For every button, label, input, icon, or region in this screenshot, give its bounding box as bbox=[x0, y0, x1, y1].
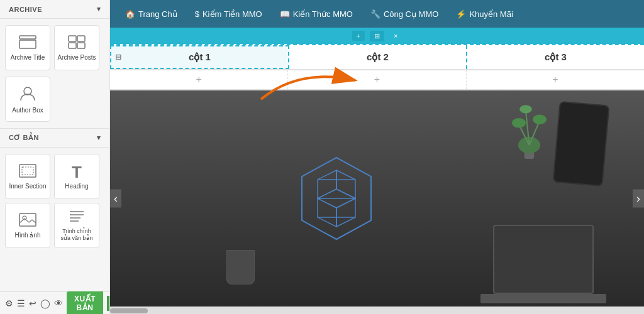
svg-point-22 bbox=[533, 115, 547, 124]
nav-label-trang-chu: Trang Chủ bbox=[138, 9, 177, 19]
horizontal-scrollbar[interactable] bbox=[110, 306, 644, 314]
svg-rect-3 bbox=[77, 36, 85, 41]
hex-wireframe-logo bbox=[292, 154, 380, 242]
eye-icon[interactable]: 👁 bbox=[54, 298, 63, 308]
svg-point-23 bbox=[519, 105, 532, 113]
svg-rect-2 bbox=[69, 36, 76, 41]
lightning-icon: ⚡ bbox=[456, 9, 466, 19]
basic-cards: Inner Section T Heading Hình ảnh bbox=[0, 148, 109, 254]
desk-cup bbox=[226, 250, 255, 284]
column-close-button[interactable]: × bbox=[389, 31, 402, 41]
basic-section-header[interactable]: CƠ BẢN ▾ bbox=[0, 129, 109, 148]
svg-rect-8 bbox=[22, 167, 33, 175]
add-to-col1-button[interactable]: + bbox=[110, 70, 288, 89]
svg-rect-9 bbox=[19, 214, 36, 226]
scrollbar-thumb[interactable] bbox=[110, 308, 148, 313]
column-3-header[interactable]: cột 3 bbox=[467, 45, 644, 69]
undo-icon[interactable]: ↩ bbox=[29, 298, 36, 308]
archive-section-header[interactable]: ARCHIVE ▾ bbox=[0, 0, 109, 19]
archive-cards: Archive Title Archive Posts bbox=[0, 19, 109, 77]
trinh-chinh-sua-icon bbox=[68, 209, 86, 225]
sidebar-item-author-box[interactable]: Author Box bbox=[5, 77, 50, 122]
desk-tablet bbox=[552, 101, 609, 187]
home-icon: 🏠 bbox=[125, 9, 135, 19]
archive-title-icon bbox=[19, 35, 36, 51]
author-cards: Author Box bbox=[0, 77, 109, 128]
desk-plant bbox=[512, 97, 547, 166]
column-toolbar: + ⊞ × bbox=[110, 28, 644, 44]
sidebar: ARCHIVE ▾ Archive Title Archive P bbox=[0, 0, 110, 314]
archive-chevron-icon: ▾ bbox=[97, 5, 101, 13]
inner-section-label: Inner Section bbox=[9, 183, 47, 190]
trinh-chinh-sua-label: Trình chỉnh sửa văn bản bbox=[57, 228, 96, 242]
navbar: 🏠 Trang Chủ $ Kiếm Tiền MMO 📖 Kiến Thức … bbox=[110, 0, 644, 28]
sidebar-item-hinh-anh[interactable]: Hình ảnh bbox=[5, 203, 50, 248]
heading-label: Heading bbox=[65, 183, 88, 190]
archive-posts-label: Archive Posts bbox=[57, 54, 96, 61]
dollar-icon: $ bbox=[195, 9, 199, 19]
svg-rect-1 bbox=[19, 40, 36, 48]
col1-handle-icon: ⊟ bbox=[115, 53, 121, 62]
svg-rect-7 bbox=[19, 165, 36, 177]
svg-point-6 bbox=[24, 87, 31, 95]
preview-right-arrow-button[interactable]: › bbox=[633, 190, 644, 208]
svg-rect-4 bbox=[69, 43, 76, 48]
svg-marker-28 bbox=[318, 198, 336, 227]
nav-label-khuyen-mai: Khuyến Mãi bbox=[469, 9, 513, 19]
svg-rect-0 bbox=[19, 36, 36, 39]
sidebar-item-archive-title[interactable]: Archive Title bbox=[5, 25, 50, 70]
basic-chevron-icon: ▾ bbox=[97, 134, 101, 142]
author-box-icon bbox=[19, 85, 36, 104]
column-editor: + ⊞ × ⊟ cột 1 cột 2 cột 3 + + + bbox=[110, 28, 644, 90]
column-add-button[interactable]: + bbox=[352, 31, 365, 41]
add-to-col3-button[interactable]: + bbox=[467, 70, 644, 89]
nav-item-khuyen-mai[interactable]: ⚡ Khuyến Mãi bbox=[448, 6, 520, 23]
columns-row: ⊟ cột 1 cột 2 cột 3 bbox=[110, 44, 644, 70]
heading-icon: T bbox=[72, 164, 82, 180]
nav-label-kien-thuc: Kiến Thức MMO bbox=[293, 9, 353, 19]
nav-item-cong-cu[interactable]: 🔧 Công Cụ MMO bbox=[363, 6, 446, 23]
circle-icon[interactable]: ◯ bbox=[40, 298, 50, 308]
sidebar-item-archive-posts[interactable]: Archive Posts bbox=[54, 25, 99, 70]
svg-point-21 bbox=[512, 118, 526, 127]
archive-title-label: Archive Title bbox=[11, 54, 45, 61]
publish-button[interactable]: XUẤT BẢN bbox=[67, 291, 103, 315]
svg-marker-29 bbox=[336, 198, 355, 227]
sidebar-item-inner-section[interactable]: Inner Section bbox=[5, 154, 50, 199]
svg-rect-5 bbox=[77, 43, 85, 48]
settings-icon[interactable]: ⚙ bbox=[5, 298, 13, 308]
desk-laptop-screen bbox=[493, 225, 594, 294]
basic-section-label: CƠ BẢN bbox=[9, 134, 39, 142]
archive-posts-icon bbox=[68, 35, 86, 51]
col3-label: cột 3 bbox=[545, 51, 567, 63]
nav-label-kiem-tien: Kiếm Tiền MMO bbox=[203, 9, 262, 19]
col2-label: cột 2 bbox=[367, 51, 389, 63]
column-1-header[interactable]: ⊟ cột 1 bbox=[110, 45, 289, 69]
archive-section-label: ARCHIVE bbox=[9, 6, 42, 13]
column-2-header[interactable]: cột 2 bbox=[289, 45, 467, 69]
col1-label: cột 1 bbox=[189, 51, 211, 63]
nav-item-kien-thuc[interactable]: 📖 Kiến Thức MMO bbox=[272, 6, 360, 23]
nav-item-trang-chu[interactable]: 🏠 Trang Chủ bbox=[118, 6, 185, 23]
sidebar-item-trinh-chinh-sua[interactable]: Trình chỉnh sửa văn bản bbox=[54, 203, 99, 248]
wrench-icon: 🔧 bbox=[370, 9, 380, 19]
add-to-col2-button[interactable]: + bbox=[288, 70, 466, 89]
author-box-label: Author Box bbox=[12, 107, 43, 114]
main-content: 🏠 Trang Chủ $ Kiếm Tiền MMO 📖 Kiến Thức … bbox=[110, 0, 644, 314]
bottom-toolbar: ⚙ ☰ ↩ ◯ 👁 XUẤT BẢN ▲ bbox=[0, 291, 110, 314]
book-icon: 📖 bbox=[280, 9, 290, 19]
preview-area: ‹ › bbox=[110, 90, 644, 306]
column-grid-button[interactable]: ⊞ bbox=[370, 31, 384, 41]
columns-add-row: + + + bbox=[110, 70, 644, 89]
sidebar-item-heading[interactable]: T Heading bbox=[54, 154, 99, 199]
nav-label-cong-cu: Công Cụ MMO bbox=[384, 9, 438, 19]
desk-scene bbox=[110, 90, 644, 306]
preview-left-arrow-button[interactable]: ‹ bbox=[110, 190, 121, 208]
hinh-anh-label: Hình ảnh bbox=[14, 232, 40, 239]
desk-laptop bbox=[480, 294, 606, 303]
nav-item-kiem-tien[interactable]: $ Kiếm Tiền MMO bbox=[187, 6, 270, 23]
hinh-anh-icon bbox=[19, 213, 36, 229]
inner-section-icon bbox=[19, 164, 36, 180]
menu-icon[interactable]: ☰ bbox=[17, 298, 25, 308]
